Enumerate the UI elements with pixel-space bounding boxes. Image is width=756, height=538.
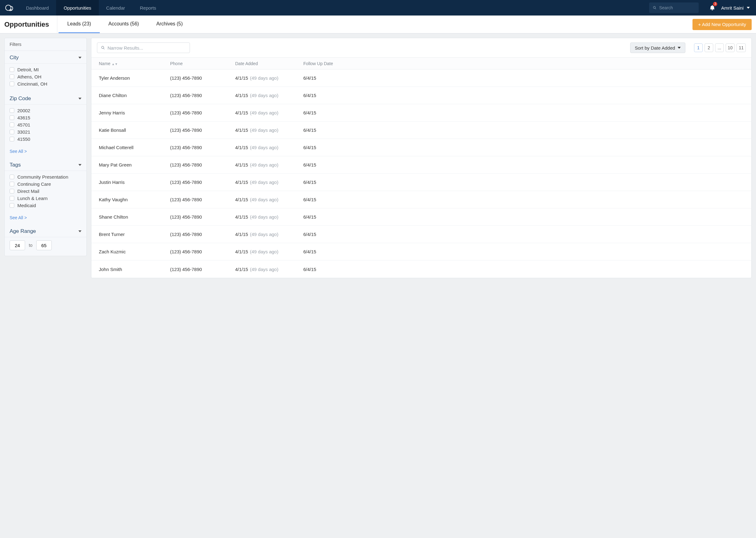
checkbox[interactable]: [10, 203, 14, 208]
page-11[interactable]: 11: [736, 43, 746, 52]
cell-phone: (123) 456-7890: [170, 145, 235, 150]
add-opportunity-button[interactable]: + Add New Opportunity: [692, 19, 752, 30]
col-name-header[interactable]: Name▲▼: [99, 61, 170, 66]
filter-age-title: Age Range: [10, 228, 36, 235]
checkbox[interactable]: [10, 196, 14, 201]
sort-button[interactable]: Sort by Date Added: [630, 42, 685, 53]
city-option[interactable]: Athens, OH: [10, 73, 81, 80]
tag-label: Community Presentation: [17, 174, 68, 180]
cell-date-relative: (49 days ago): [250, 249, 279, 254]
tab-accounts-[interactable]: Accounts (56): [100, 16, 148, 33]
zip-label: 20002: [17, 108, 30, 113]
zip-option[interactable]: 45701: [10, 121, 81, 129]
checkbox[interactable]: [10, 81, 14, 86]
cell-date: 4/1/15(49 days ago): [235, 214, 303, 220]
tags-see-all[interactable]: See All >: [5, 213, 86, 225]
checkbox[interactable]: [10, 175, 14, 179]
table-row[interactable]: Zach Kuzmic(123) 456-78904/1/15(49 days …: [91, 243, 751, 260]
page-10[interactable]: 10: [726, 43, 735, 52]
zip-see-all[interactable]: See All >: [5, 147, 86, 158]
page-1[interactable]: 1: [694, 43, 703, 52]
cell-followup: 6/4/15: [303, 267, 744, 272]
table-row[interactable]: Shane Chilton(123) 456-78904/1/15(49 day…: [91, 208, 751, 226]
cell-date: 4/1/15(49 days ago): [235, 267, 303, 272]
page-2[interactable]: 2: [705, 43, 713, 52]
nav-opportunities[interactable]: Opportunities: [56, 0, 99, 16]
table-row[interactable]: Mary Pat Green(123) 456-78904/1/15(49 da…: [91, 156, 751, 174]
tag-option[interactable]: Medicaid: [10, 202, 81, 209]
checkbox[interactable]: [10, 75, 14, 79]
cell-followup: 6/4/15: [303, 75, 744, 81]
global-search[interactable]: [649, 2, 699, 13]
filter-tags-toggle[interactable]: Tags: [5, 158, 86, 171]
filter-zip-toggle[interactable]: Zip Code: [5, 92, 86, 104]
narrow-results[interactable]: [97, 42, 190, 53]
age-range-row: to: [5, 237, 86, 256]
zip-label: 41550: [17, 136, 30, 142]
tag-option[interactable]: Lunch & Learn: [10, 195, 81, 202]
cell-phone: (123) 456-7890: [170, 75, 235, 81]
cell-date-relative: (49 days ago): [250, 197, 279, 202]
city-option[interactable]: Cincinnati, OH: [10, 80, 81, 87]
cell-date-relative: (49 days ago): [250, 145, 279, 150]
checkbox[interactable]: [10, 67, 14, 72]
checkbox[interactable]: [10, 189, 14, 193]
table-row[interactable]: Kathy Vaughn(123) 456-78904/1/15(49 days…: [91, 191, 751, 208]
checkbox[interactable]: [10, 123, 14, 127]
tag-label: Continuing Care: [17, 182, 51, 187]
tag-option[interactable]: Direct Mail: [10, 188, 81, 195]
search-icon: [653, 6, 657, 10]
tab-leads-[interactable]: Leads (23): [59, 16, 100, 33]
zip-option[interactable]: 20002: [10, 107, 81, 114]
filter-tags-title: Tags: [10, 162, 21, 168]
table-row[interactable]: Michael Cotterell(123) 456-78904/1/15(49…: [91, 139, 751, 156]
zip-option[interactable]: 33021: [10, 129, 81, 135]
topbar: DashboardOpportunitiesCalendarReports 3 …: [0, 0, 756, 16]
col-phone-header[interactable]: Phone: [170, 61, 235, 66]
table-row[interactable]: Justin Harris(123) 456-78904/1/15(49 day…: [91, 174, 751, 191]
checkbox[interactable]: [10, 182, 14, 187]
subheader: Opportunities Leads (23)Accounts (56)Arc…: [0, 16, 756, 33]
col-follow-header[interactable]: Follow Up Date: [303, 61, 744, 66]
nav-reports[interactable]: Reports: [132, 0, 164, 16]
tag-option[interactable]: Community Presentation: [10, 173, 81, 181]
cell-phone: (123) 456-7890: [170, 249, 235, 254]
narrow-results-input[interactable]: [108, 45, 186, 51]
table-header: Name▲▼ Phone Date Added Follow Up Date: [91, 58, 751, 70]
user-name: Amrit Saini: [721, 5, 744, 11]
table-row[interactable]: Katie Bonsall(123) 456-78904/1/15(49 day…: [91, 122, 751, 139]
filter-city-toggle[interactable]: City: [5, 51, 86, 64]
table-row[interactable]: Jenny Harris(123) 456-78904/1/15(49 days…: [91, 104, 751, 122]
tab-archives-[interactable]: Archives (5): [148, 16, 191, 33]
age-from-input[interactable]: [10, 240, 25, 250]
checkbox[interactable]: [10, 115, 14, 120]
table-row[interactable]: John Smith(123) 456-78904/1/15(49 days a…: [91, 260, 751, 278]
zip-option[interactable]: 43615: [10, 114, 81, 121]
user-menu[interactable]: Amrit Saini: [721, 0, 750, 16]
cell-date-relative: (49 days ago): [250, 128, 279, 133]
table-row[interactable]: Brent Turner(123) 456-78904/1/15(49 days…: [91, 226, 751, 243]
col-date-header[interactable]: Date Added: [235, 61, 303, 66]
tag-option[interactable]: Continuing Care: [10, 181, 81, 188]
checkbox[interactable]: [10, 108, 14, 113]
nav-dashboard[interactable]: Dashboard: [19, 0, 56, 16]
cell-date: 4/1/15(49 days ago): [235, 110, 303, 115]
nav-calendar[interactable]: Calendar: [99, 0, 133, 16]
age-to-input[interactable]: [36, 240, 52, 250]
table-row[interactable]: Diane Chilton(123) 456-78904/1/15(49 day…: [91, 87, 751, 104]
filter-age-toggle[interactable]: Age Range: [5, 225, 86, 237]
table-row[interactable]: Tyler Anderson(123) 456-78904/1/15(49 da…: [91, 70, 751, 87]
notifications-button[interactable]: 3: [709, 0, 715, 16]
checkbox[interactable]: [10, 130, 14, 134]
cell-phone: (123) 456-7890: [170, 110, 235, 115]
cell-followup: 6/4/15: [303, 162, 744, 167]
checkbox[interactable]: [10, 137, 14, 141]
cell-phone: (123) 456-7890: [170, 267, 235, 272]
city-option[interactable]: Detroit, MI: [10, 66, 81, 73]
cell-name: Mary Pat Green: [99, 162, 170, 167]
filter-zip-options: 2000243615457013302141550: [5, 104, 86, 147]
pager: 12...1011: [694, 43, 746, 52]
zip-option[interactable]: 41550: [10, 135, 81, 143]
cell-followup: 6/4/15: [303, 232, 744, 237]
global-search-input[interactable]: [659, 5, 695, 10]
